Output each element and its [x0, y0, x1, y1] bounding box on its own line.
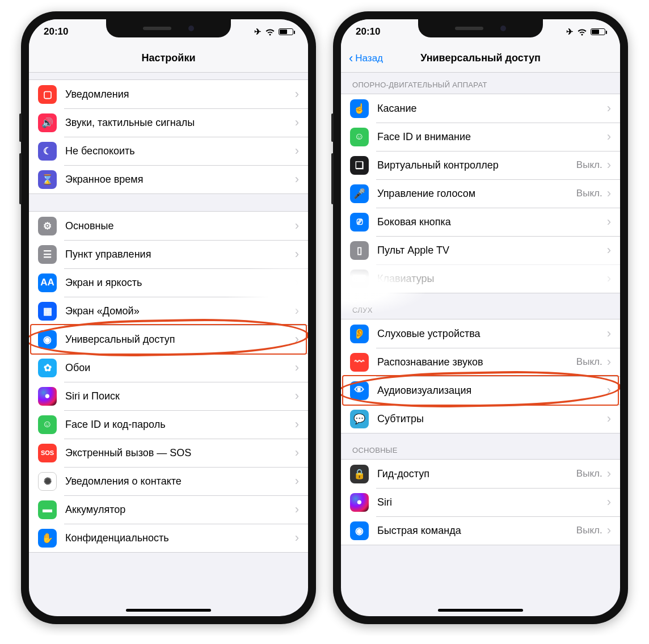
chevron-right-icon: › [607, 524, 611, 537]
chevron-right-icon: › [295, 220, 299, 232]
speaker-icon: 🔊 [38, 113, 57, 132]
gear-icon: ⚙ [38, 217, 57, 235]
chevron-right-icon: › [295, 88, 299, 100]
row-face-attention[interactable]: ☺Face ID и внимание› [341, 123, 620, 151]
row-siri[interactable]: ●Siri› [341, 488, 620, 516]
touch-icon: ☝ [350, 99, 369, 118]
battery-icon: ▬ [38, 500, 57, 519]
row-siri[interactable]: ●Siri и Поиск› [29, 382, 308, 410]
row-shortcut[interactable]: ◉Быстрая командаВыкл.› [341, 516, 620, 545]
chevron-right-icon: › [295, 145, 299, 157]
row-label: Не беспокоить [65, 145, 295, 157]
row-label: Экран и яркость [65, 277, 295, 289]
row-hearing-devices[interactable]: 👂Слуховые устройства› [341, 319, 620, 348]
row-label: Звуки, тактильные сигналы [65, 117, 295, 129]
switch-icon: ❑ [350, 156, 369, 175]
grid-icon: ▦ [38, 302, 57, 321]
keyboard-icon: ⌨ [350, 270, 369, 288]
row-label: Face ID и внимание [377, 131, 607, 143]
hand-icon: ✋ [38, 529, 57, 548]
nav-bar: Настройки [29, 44, 308, 73]
row-control-center[interactable]: ☰Пункт управления› [29, 240, 308, 268]
row-guided-access[interactable]: 🔒Гид-доступВыкл.› [341, 460, 620, 488]
row-keyboards[interactable]: ⌨Клавиатуры› [341, 264, 620, 293]
status-indicators: ✈ [254, 27, 293, 37]
notch [418, 19, 543, 37]
subtitles-icon: 💬 [350, 410, 369, 428]
accessibility-list[interactable]: ОПОРНО-ДВИГАТЕЛЬНЫЙ АППАРАТ ☝Касание›☺Fa… [341, 73, 620, 608]
accessibility-icon: ◉ [38, 330, 57, 349]
wifi-icon [265, 28, 275, 36]
moon-icon: ☾ [38, 142, 57, 161]
back-button[interactable]: ‹ Назад [349, 52, 383, 65]
row-battery[interactable]: ▬Аккумулятор› [29, 495, 308, 524]
screen-left: 20:10 ✈ Настройки ▢Уведомления›🔊Звуки, т… [29, 19, 308, 616]
row-label: Боковая кнопка [377, 216, 607, 228]
chevron-right-icon: › [295, 447, 299, 459]
chevron-right-icon: › [295, 361, 299, 374]
hourglass-icon: ⌛ [38, 170, 57, 189]
row-general[interactable]: ⚙Основные› [29, 212, 308, 240]
row-label: Конфиденциальность [65, 532, 295, 544]
row-sos[interactable]: SOSЭкстренный вызов — SOS› [29, 439, 308, 467]
face-icon: ☺ [350, 128, 369, 146]
chevron-right-icon: › [607, 413, 611, 425]
virus-icon: ✺ [38, 472, 57, 491]
row-label: Клавиатуры [377, 273, 607, 285]
row-label: Аккумулятор [65, 504, 295, 516]
nav-bar: ‹ Назад Универсальный доступ [341, 44, 620, 73]
chevron-right-icon: › [295, 276, 299, 289]
text-size-icon: AA [38, 273, 57, 292]
row-label: Обои [65, 362, 295, 374]
row-audio-visual[interactable]: 👁Аудиовизуализация› [341, 376, 620, 405]
chevron-right-icon: › [607, 384, 611, 397]
row-faceid[interactable]: ☺Face ID и код-пароль› [29, 410, 308, 439]
row-label: Управление голосом [377, 188, 576, 200]
siri-icon: ● [350, 493, 369, 512]
airplane-icon: ✈ [566, 27, 574, 37]
chevron-right-icon: › [607, 131, 611, 143]
row-accessibility[interactable]: ◉Универсальный доступ› [29, 325, 308, 353]
row-notifications[interactable]: ▢Уведомления› [29, 80, 308, 108]
row-touch[interactable]: ☝Касание› [341, 94, 620, 123]
row-privacy[interactable]: ✋Конфиденциальность› [29, 524, 308, 552]
chevron-right-icon: › [607, 272, 611, 285]
row-apple-tv-remote[interactable]: ▯Пульт Apple TV› [341, 236, 620, 264]
home-indicator[interactable] [126, 609, 211, 612]
row-dnd[interactable]: ☾Не беспокоить› [29, 137, 308, 165]
chevron-right-icon: › [607, 102, 611, 115]
section-header-general: ОСНОВНЫЕ [341, 433, 620, 459]
row-display[interactable]: AAЭкран и яркость› [29, 268, 308, 297]
row-side-button[interactable]: ⎚Боковая кнопка› [341, 208, 620, 236]
chevron-right-icon: › [295, 116, 299, 129]
row-subtitles[interactable]: 💬Субтитры› [341, 405, 620, 433]
row-switch-control[interactable]: ❑Виртуальный контроллерВыкл.› [341, 151, 620, 179]
phone-left: 20:10 ✈ Настройки ▢Уведомления›🔊Звуки, т… [21, 11, 316, 624]
voice-icon: 🎤 [350, 184, 369, 203]
switches-icon: ☰ [38, 245, 57, 264]
phone-right: 20:10 ✈ ‹ Назад Универсальный доступ ОПО… [333, 11, 628, 624]
row-detail: Выкл. [576, 525, 602, 536]
battery-icon [591, 28, 605, 35]
row-sound-recognition[interactable]: 〰Распознавание звуковВыкл.› [341, 348, 620, 376]
row-label: Универсальный доступ [65, 334, 295, 346]
notch [106, 19, 231, 37]
row-label: Экран «Домой» [65, 305, 295, 317]
row-voice-control[interactable]: 🎤Управление голосомВыкл.› [341, 179, 620, 208]
chevron-left-icon: ‹ [349, 52, 353, 65]
chevron-right-icon: › [607, 327, 611, 340]
chevron-right-icon: › [295, 503, 299, 516]
row-label: Siri [377, 496, 607, 508]
row-exposure[interactable]: ✺Уведомления о контакте› [29, 467, 308, 495]
row-screen-time[interactable]: ⌛Экранное время› [29, 165, 308, 193]
row-wallpaper[interactable]: ✿Обои› [29, 353, 308, 382]
settings-list[interactable]: ▢Уведомления›🔊Звуки, тактильные сигналы›… [29, 73, 308, 608]
row-label: Виртуальный контроллер [377, 159, 576, 171]
row-home-screen[interactable]: ▦Экран «Домой»› [29, 297, 308, 325]
side-button-icon: ⎚ [350, 213, 369, 231]
row-detail: Выкл. [576, 468, 602, 479]
home-indicator[interactable] [438, 609, 523, 612]
notifications-icon: ▢ [38, 85, 57, 104]
row-sounds[interactable]: 🔊Звуки, тактильные сигналы› [29, 108, 308, 137]
row-detail: Выкл. [576, 188, 602, 199]
